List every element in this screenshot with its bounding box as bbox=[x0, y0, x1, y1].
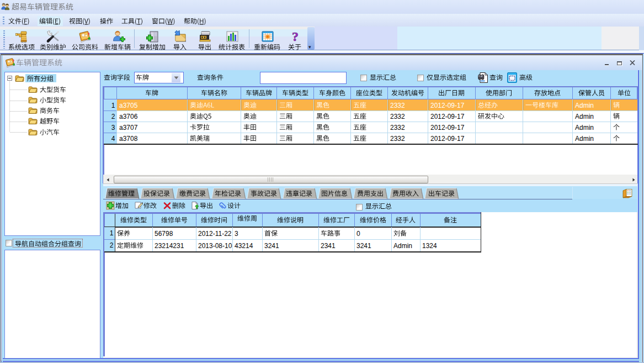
svg-text:?: ? bbox=[292, 29, 299, 44]
